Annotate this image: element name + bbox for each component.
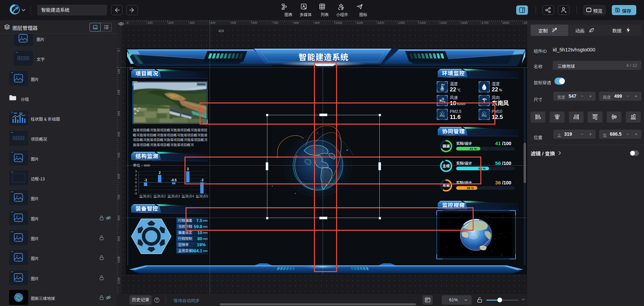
- svg-text:-3: -3: [134, 191, 137, 195]
- svg-text:mm: mm: [203, 237, 208, 241]
- svg-text:监测点1: 监测点1: [139, 194, 152, 198]
- svg-text:项目概况: 项目概况: [136, 71, 158, 77]
- svg-text:41 %: 41 %: [470, 147, 477, 150]
- svg-text:19%: 19%: [197, 242, 206, 247]
- svg-text:80: 80: [198, 236, 202, 241]
- svg-text:湿度: 湿度: [492, 82, 500, 86]
- svg-text:风速: 风速: [450, 95, 458, 100]
- svg-text:-2: -2: [134, 188, 137, 191]
- svg-text:偏差设定: 偏差设定: [178, 230, 192, 234]
- svg-text:监测点2: 监测点2: [153, 194, 166, 198]
- svg-text:空隙率: 空隙率: [178, 243, 189, 247]
- svg-text:-1: -1: [144, 178, 147, 182]
- svg-text:我是项目概况我是项目概况我是项目概况我是项目: 我是项目概况我是项目概况我是项目概况我是项目: [133, 128, 207, 132]
- svg-text:我是项目概况我是项目概况我是项目概况: 我是项目概况我是项目概况我是项目概况: [133, 143, 194, 147]
- svg-text:0: 0: [135, 180, 137, 184]
- svg-text:协同管理: 协同管理: [442, 129, 465, 134]
- svg-text:温度: 温度: [450, 82, 458, 86]
- svg-text:3: 3: [135, 169, 137, 173]
- svg-text:41: 41: [495, 140, 501, 146]
- svg-text:行程限制: 行程限制: [178, 236, 192, 241]
- svg-text:结构监测: 结构监测: [136, 153, 158, 159]
- svg-text:环境监控: 环境监控: [442, 70, 465, 76]
- svg-text:mm: mm: [203, 249, 208, 253]
- svg-text:监测点3: 监测点3: [167, 194, 180, 198]
- svg-text:-1: -1: [134, 184, 137, 188]
- svg-text:猫道: 猫道: [442, 144, 450, 148]
- svg-text:36: 36: [495, 180, 501, 185]
- svg-text:装备智控: 装备智控: [136, 206, 158, 212]
- svg-text:mm: mm: [203, 231, 208, 234]
- svg-text:智能建造系统: 智能建造系统: [299, 53, 349, 62]
- svg-text:实际/设计: 实际/设计: [456, 141, 472, 145]
- svg-text:1984.1: 1984.1: [189, 248, 202, 253]
- svg-text:监测点4: 监测点4: [181, 194, 194, 198]
- svg-text:/100: /100: [502, 141, 511, 146]
- svg-text:-0.5: -0.5: [171, 178, 177, 182]
- svg-text:36 %: 36 %: [467, 186, 474, 190]
- svg-text:项目概况我是项目概况我是项目概况我是项目概况: 项目概况我是项目概况我是项目概况我是项目概况: [133, 138, 207, 142]
- svg-text:1: 1: [135, 177, 137, 180]
- svg-text:概况我是项目概况我是项目概况我是项目概况我是: 概况我是项目概况我是项目概况我是项目概况我是: [133, 133, 207, 137]
- svg-text:2: 2: [159, 171, 161, 175]
- svg-text:2: 2: [135, 173, 137, 177]
- svg-text:/100: /100: [502, 180, 511, 185]
- svg-text:监测点5: 监测点5: [196, 194, 208, 198]
- svg-text:风向: 风向: [492, 95, 500, 100]
